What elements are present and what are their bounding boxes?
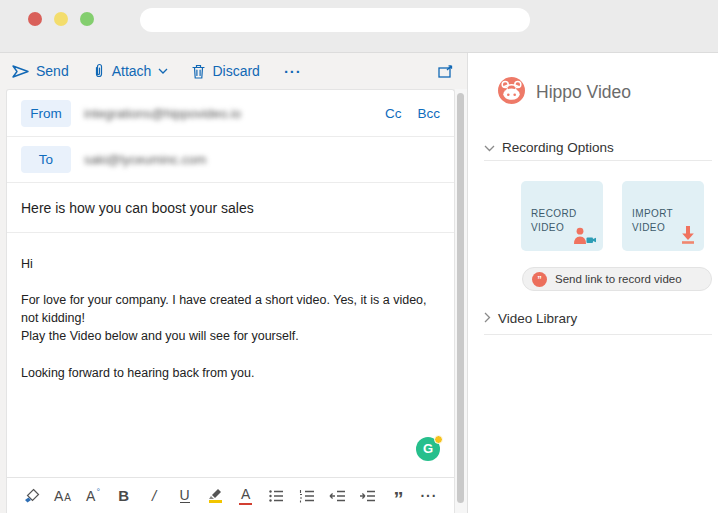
window-controls [28, 12, 94, 26]
highlight-color-bar [209, 500, 222, 503]
chevron-right-icon [484, 311, 491, 326]
send-link-to-record-button[interactable]: ” Send link to record video [522, 267, 712, 291]
to-address: saki@lyceuminc.com [84, 152, 206, 167]
font-icon: AA [54, 488, 71, 504]
vertical-scrollbar[interactable] [455, 89, 467, 513]
subject-input[interactable]: Here is how you can boost your sales [21, 200, 254, 216]
more-actions-button[interactable]: ··· [284, 63, 302, 80]
open-in-new-window-button[interactable] [438, 65, 453, 78]
from-field-button[interactable]: From [21, 100, 71, 127]
highlighter-icon [208, 488, 222, 499]
formatting-toolbar: AA A° B / U A [7, 477, 454, 513]
app-header: Hippo Video [498, 77, 631, 108]
zoom-button[interactable] [80, 12, 94, 26]
body-paragraph-2: Looking forward to hearing back from you… [21, 364, 440, 382]
hippo-video-panel: Hippo Video Recording Options RECORD VID… [467, 53, 718, 513]
main-content: Send Attach Discard ··· From [0, 52, 718, 513]
font-size-button[interactable]: A° [84, 487, 102, 504]
to-field-button[interactable]: To [21, 146, 71, 173]
numbered-list-icon [299, 488, 315, 504]
send-icon [12, 64, 29, 79]
compose-card: From integrations@hippovideo.io Cc Bcc T… [6, 89, 455, 513]
send-button[interactable]: Send [12, 63, 69, 79]
send-link-label: Send link to record video [555, 273, 682, 285]
font-color-bar [239, 503, 252, 506]
message-body[interactable]: Hi For love for your company. I have cre… [7, 233, 454, 477]
font-button[interactable]: AA [54, 488, 72, 504]
import-video-card[interactable]: IMPORT VIDEO [622, 181, 704, 251]
video-library-section[interactable]: Video Library [484, 311, 577, 326]
bullet-list-icon [268, 488, 284, 504]
bcc-link[interactable]: Bcc [417, 106, 440, 121]
more-formatting-button[interactable]: ··· [420, 488, 438, 504]
paperclip-icon [93, 63, 105, 79]
grammarly-glyph: G [423, 440, 433, 459]
scrollbar-thumb[interactable] [457, 93, 464, 503]
speech-bubble-icon: ” [532, 272, 547, 287]
recording-options-section[interactable]: Recording Options [484, 140, 614, 155]
compose-toolbar: Send Attach Discard ··· [0, 53, 467, 89]
increase-indent-button[interactable] [359, 488, 377, 504]
quote-button[interactable]: ” [389, 488, 407, 504]
body-paragraph-1: For love for your company. I have create… [21, 291, 440, 345]
discard-label: Discard [212, 63, 259, 79]
attach-label: Attach [112, 63, 152, 79]
highlight-button[interactable] [206, 488, 224, 503]
record-video-card[interactable]: RECORD VIDEO [521, 181, 603, 251]
underline-icon: U [180, 488, 190, 504]
grammarly-badge [434, 435, 443, 444]
chevron-down-icon [484, 140, 495, 155]
from-row: From integrations@hippovideo.io Cc Bcc [7, 90, 454, 137]
popout-icon [438, 65, 453, 78]
browser-chrome [0, 0, 718, 52]
send-label: Send [36, 63, 69, 79]
bold-button[interactable]: B [115, 487, 133, 504]
font-size-icon: A° [86, 487, 100, 504]
trash-icon [192, 64, 205, 79]
format-painter-icon [24, 488, 40, 504]
numbered-list-button[interactable] [298, 488, 316, 504]
compose-pane: Send Attach Discard ··· From [0, 53, 467, 513]
recording-cards: RECORD VIDEO IMPORT VIDEO [521, 181, 704, 251]
section-divider [484, 160, 712, 161]
minimize-button[interactable] [54, 12, 68, 26]
app-window: Send Attach Discard ··· From [0, 0, 718, 513]
italic-button[interactable]: / [145, 487, 163, 504]
body-greeting: Hi [21, 255, 440, 273]
format-painter-button[interactable] [23, 488, 41, 504]
indent-icon [359, 488, 376, 504]
cc-bcc-links: Cc Bcc [385, 106, 440, 121]
section-divider [484, 334, 712, 335]
decrease-indent-button[interactable] [328, 488, 346, 504]
record-video-label-1: RECORD [531, 207, 603, 221]
grammarly-icon[interactable]: G [416, 437, 440, 461]
subject-row[interactable]: Here is how you can boost your sales [7, 183, 454, 233]
font-color-button[interactable]: A [237, 486, 255, 506]
font-color-icon: A [241, 486, 250, 502]
address-bar[interactable] [140, 8, 530, 32]
underline-button[interactable]: U [176, 488, 194, 504]
from-address: integrations@hippovideo.io [84, 106, 241, 121]
discard-button[interactable]: Discard [192, 63, 259, 79]
hippo-video-logo-icon [498, 77, 525, 108]
outdent-icon [329, 488, 346, 504]
cc-link[interactable]: Cc [385, 106, 402, 121]
close-button[interactable] [28, 12, 42, 26]
recording-options-label: Recording Options [502, 140, 614, 155]
chevron-down-icon [158, 68, 168, 74]
import-video-label-1: IMPORT [632, 207, 704, 221]
bullet-list-button[interactable] [267, 488, 285, 504]
to-row: To saki@lyceuminc.com [7, 137, 454, 183]
attach-button[interactable]: Attach [93, 63, 169, 79]
app-title: Hippo Video [536, 82, 631, 103]
video-library-label: Video Library [498, 311, 577, 326]
